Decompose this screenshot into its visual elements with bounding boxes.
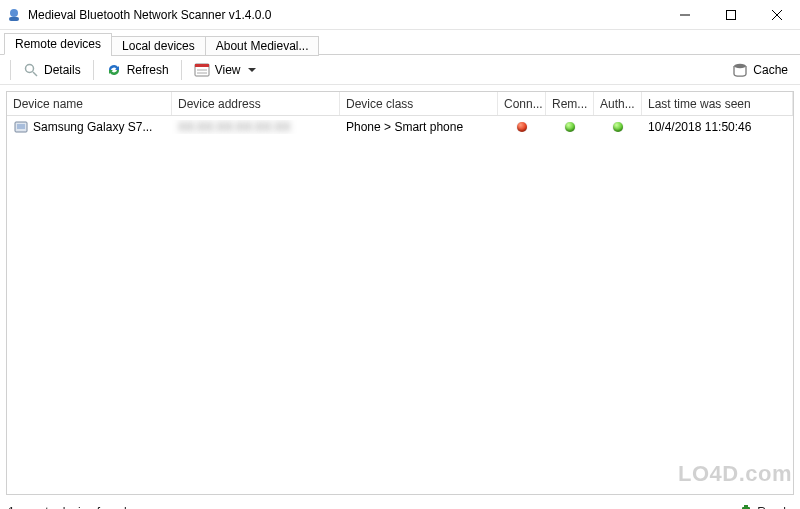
device-address-text: XX:XX:XX:XX:XX:XX — [178, 120, 291, 134]
device-name-text: Samsung Galaxy S7... — [33, 120, 152, 134]
cell-device-class: Phone > Smart phone — [340, 120, 498, 134]
titlebar: Medieval Bluetooth Network Scanner v1.4.… — [0, 0, 800, 30]
magnifier-icon — [23, 62, 39, 78]
svg-rect-14 — [17, 124, 25, 129]
svg-point-12 — [734, 63, 746, 67]
tab-about[interactable]: About Medieval... — [205, 36, 320, 56]
svg-rect-9 — [195, 64, 209, 67]
svg-point-6 — [26, 64, 34, 72]
refresh-icon — [106, 62, 122, 78]
cell-last-seen: 10/4/2018 11:50:46 — [642, 120, 793, 134]
toolbar-separator — [10, 60, 11, 80]
cell-device-name: Samsung Galaxy S7... — [7, 119, 172, 135]
status-dot-red — [517, 122, 527, 132]
cell-remembered — [546, 122, 594, 132]
cell-connected — [498, 122, 546, 132]
status-dot-green — [613, 122, 623, 132]
toolbar: Details Refresh View Cache — [0, 55, 800, 85]
toolbar-separator — [93, 60, 94, 80]
chevron-down-icon — [248, 68, 256, 72]
list-body[interactable]: Samsung Galaxy S7... XX:XX:XX:XX:XX:XX P… — [7, 116, 793, 494]
column-connected[interactable]: Conn... — [498, 92, 546, 115]
details-label: Details — [44, 63, 81, 77]
svg-point-0 — [10, 9, 18, 17]
view-label: View — [215, 63, 241, 77]
close-button[interactable] — [754, 0, 800, 30]
window-title: Medieval Bluetooth Network Scanner v1.4.… — [28, 8, 662, 22]
cell-authenticated — [594, 122, 642, 132]
view-icon — [194, 62, 210, 78]
column-device-address[interactable]: Device address — [172, 92, 340, 115]
toolbar-separator — [181, 60, 182, 80]
details-button[interactable]: Details — [17, 59, 87, 81]
device-icon — [13, 119, 29, 135]
cache-icon — [732, 62, 748, 78]
column-authenticated[interactable]: Auth... — [594, 92, 642, 115]
minimize-button[interactable] — [662, 0, 708, 30]
tabs: Remote devices Local devices About Medie… — [0, 30, 800, 54]
cache-button[interactable]: Cache — [726, 59, 794, 81]
status-bar: 1 remote device found Ready — [0, 501, 800, 509]
column-headers: Device name Device address Device class … — [7, 92, 793, 116]
svg-rect-15 — [744, 505, 748, 507]
maximize-button[interactable] — [708, 0, 754, 30]
column-device-class[interactable]: Device class — [340, 92, 498, 115]
table-row[interactable]: Samsung Galaxy S7... XX:XX:XX:XX:XX:XX P… — [7, 116, 793, 138]
svg-rect-1 — [9, 17, 19, 21]
app-icon — [6, 7, 22, 23]
column-device-name[interactable]: Device name — [7, 92, 172, 115]
svg-rect-3 — [727, 10, 736, 19]
cell-device-address: XX:XX:XX:XX:XX:XX — [172, 120, 340, 134]
status-text: 1 remote device found — [8, 505, 127, 510]
status-dot-green — [565, 122, 575, 132]
refresh-button[interactable]: Refresh — [100, 59, 175, 81]
column-remembered[interactable]: Rem... — [546, 92, 594, 115]
device-list: Device name Device address Device class … — [6, 91, 794, 495]
battery-icon — [741, 505, 751, 510]
tab-remote-devices[interactable]: Remote devices — [4, 33, 112, 55]
view-button[interactable]: View — [188, 59, 262, 81]
tab-local-devices[interactable]: Local devices — [111, 36, 206, 56]
cache-label: Cache — [753, 63, 788, 77]
svg-line-7 — [33, 72, 37, 76]
column-last-seen[interactable]: Last time was seen — [642, 92, 793, 115]
refresh-label: Refresh — [127, 63, 169, 77]
status-ready: Ready — [757, 505, 792, 510]
